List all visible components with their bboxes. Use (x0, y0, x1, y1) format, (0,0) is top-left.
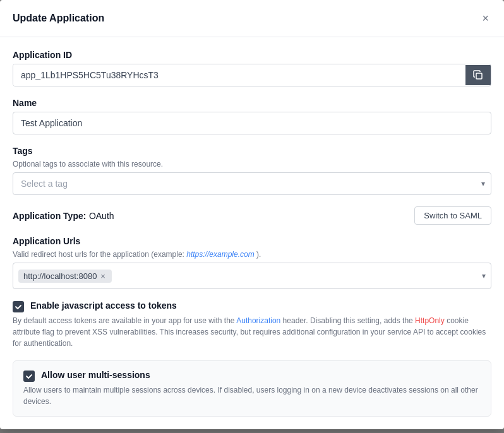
app-type-label: Application Type: OAuth (13, 210, 114, 222)
url-dropdown-arrow-icon: ▾ (482, 271, 486, 280)
app-urls-sublabel-text: Valid redirect host urls for the applica… (13, 250, 184, 259)
enable-js-label: Enable javascript access to tokens (30, 300, 177, 311)
tags-label: Tags (13, 146, 491, 156)
app-urls-group: Application Urls Valid redirect host url… (13, 236, 491, 289)
app-id-group: Application ID (13, 50, 491, 86)
allow-multi-check-icon (25, 372, 33, 380)
enable-js-checkbox[interactable] (13, 301, 24, 312)
app-urls-example-link[interactable]: https://example.com (186, 250, 254, 259)
tags-select[interactable]: Select a tag (13, 172, 491, 195)
tags-select-wrapper: Select a tag ▾ (13, 172, 491, 195)
app-type-label-text: Application Type: (13, 211, 86, 221)
close-button[interactable]: × (479, 10, 491, 27)
url-input-wrapper[interactable]: http://localhost:8080 × ▾ (13, 263, 491, 289)
url-tag: http://localhost:8080 × (18, 270, 112, 283)
enable-js-desc-before: By default access tokens are available i… (13, 316, 235, 325)
switch-to-saml-button[interactable]: Switch to SAML (414, 206, 491, 225)
checkbox-check-icon (15, 303, 22, 311)
name-group: Name (13, 98, 491, 134)
app-type-value: OAuth (89, 211, 114, 221)
app-urls-sublabel: Valid redirect host urls for the applica… (13, 250, 491, 259)
app-id-input[interactable] (13, 64, 465, 86)
app-id-input-wrapper (13, 64, 491, 86)
app-urls-sublabel-end: ). (256, 250, 261, 259)
name-input[interactable] (13, 112, 491, 134)
authorization-link[interactable]: Authorization (236, 316, 280, 325)
enable-js-desc: By default access tokens are available i… (13, 315, 491, 349)
allow-multi-section: Allow user multi-sessions Allow users to… (13, 360, 491, 417)
app-urls-label: Application Urls (13, 236, 491, 246)
copy-app-id-button[interactable] (465, 65, 491, 85)
app-id-label: Application ID (13, 50, 491, 60)
enable-js-row: Enable javascript access to tokens (13, 300, 491, 312)
allow-multi-desc: Allow users to maintain multiple session… (23, 384, 481, 407)
copy-icon (473, 70, 483, 80)
tags-sublabel: Optional tags to associate with this res… (13, 160, 491, 169)
enable-js-desc-middle: header. Disabling this setting, adds the (283, 316, 413, 325)
url-tag-remove-button[interactable]: × (99, 272, 107, 280)
modal-header: Update Application × (0, 0, 504, 37)
allow-multi-label: Allow user multi-sessions (41, 370, 150, 380)
app-type-row: Application Type: OAuth Switch to SAML (13, 206, 491, 225)
enable-js-section: Enable javascript access to tokens By de… (13, 300, 491, 349)
name-label: Name (13, 98, 491, 108)
allow-multi-checkbox[interactable] (23, 371, 35, 382)
modal-overlay: Update Application × Application ID (0, 0, 504, 433)
url-tag-value: http://localhost:8080 (23, 271, 97, 281)
modal-title: Update Application (13, 13, 104, 24)
allow-multi-row: Allow user multi-sessions (23, 370, 481, 382)
svg-rect-0 (476, 73, 482, 79)
update-application-modal: Update Application × Application ID (0, 0, 504, 429)
tags-group: Tags Optional tags to associate with thi… (13, 146, 491, 195)
http-only-link[interactable]: HttpOnly (415, 316, 445, 325)
modal-body: Application ID Name Tags (0, 37, 504, 429)
